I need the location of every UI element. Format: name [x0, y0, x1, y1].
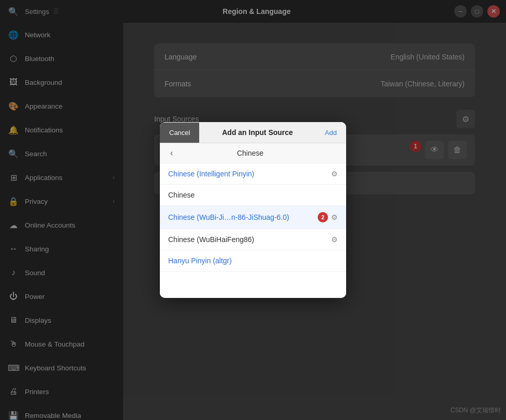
add-input-source-dialog: Cancel Add an Input Source Add ‹ Chinese… — [160, 122, 346, 298]
dialog-item-label-intelligent-pinyin: Chinese (Intelligent Pinyin) — [168, 170, 331, 178]
dialog-item-badge-wubi-ji: 2 — [318, 212, 328, 222]
dialog-item-label-chinese: Chinese — [168, 191, 338, 199]
dialog-list: Chinese (Intelligent Pinyin)⚙ChineseChin… — [160, 163, 346, 298]
overlay: Cancel Add an Input Source Add ‹ Chinese… — [0, 0, 506, 420]
dialog-item-gear-intelligent-pinyin[interactable]: ⚙ — [331, 170, 338, 178]
dialog-item-label-hanyu-pinyin: Hanyu Pinyin (altgr) — [168, 257, 338, 265]
dialog-cancel-button[interactable]: Cancel — [160, 123, 199, 143]
dialog-add-button[interactable]: Add — [316, 123, 346, 143]
dialog-list-item-intelligent-pinyin[interactable]: Chinese (Intelligent Pinyin)⚙ — [160, 163, 346, 185]
dialog-sub-header: ‹ Chinese — [160, 143, 346, 163]
dialog-list-item-hanyu-pinyin[interactable]: Hanyu Pinyin (altgr) — [160, 250, 346, 272]
dialog-sub-title: Chinese — [176, 149, 324, 157]
dialog-item-label-wubi-ji: Chinese (WuBi-Ji…n-86-JiShuag-6.0) — [168, 213, 318, 221]
dialog-list-item-chinese[interactable]: Chinese — [160, 185, 346, 206]
dialog-item-gear-wubi-ji[interactable]: ⚙ — [331, 213, 338, 221]
dialog-item-label-wubihaifeng: Chinese (WuBiHaiFeng86) — [168, 235, 331, 244]
dialog-header: Cancel Add an Input Source Add — [160, 122, 346, 143]
dialog-title: Add an Input Source — [199, 122, 315, 143]
dialog-list-item-wubihaifeng[interactable]: Chinese (WuBiHaiFeng86)⚙ — [160, 229, 346, 250]
dialog-item-gear-wubihaifeng[interactable]: ⚙ — [331, 235, 338, 244]
dialog-back-button[interactable]: ‹ — [167, 148, 176, 158]
dialog-list-item-wubi-ji[interactable]: Chinese (WuBi-Ji…n-86-JiShuag-6.0)2⚙ — [160, 206, 346, 229]
